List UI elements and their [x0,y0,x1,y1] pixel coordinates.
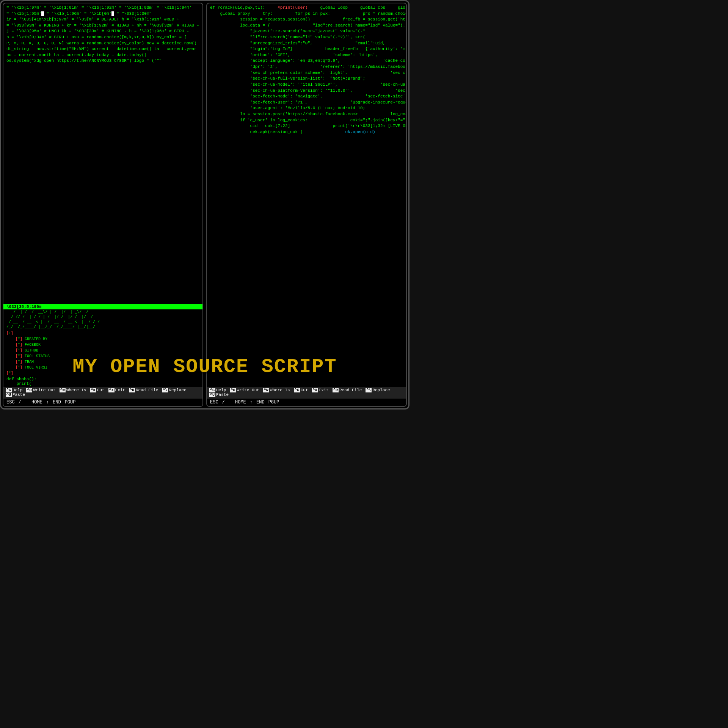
code-line: warna = random.choice(my_color) [66,41,144,46]
right-code-area[interactable]: ef rcrack(uid,pwx,tl): #print(user) glob… [207,3,406,387]
menu-item-paste-left[interactable]: ^U Paste [6,392,25,397]
code-line: #print(user) [268,5,308,10]
label-cut-right: Cut [301,388,308,392]
code-line: 'sec-ch-ua-model': '"itel S661LP"', [210,82,338,87]
code-line: cid = coki[7:22] [210,124,290,128]
sl-slash[interactable]: / [19,400,21,405]
code-line: ta = current.year [154,47,197,51]
sr-up[interactable]: ↑ [250,400,253,405]
sr-esc[interactable]: ESC [210,400,218,405]
code-line: my_color = [ [157,35,187,39]
code-line: print('\r\r\033[1;32m [LIVE-OK] ' +cid+ … [293,124,406,128]
code-line: 'referer': 'https://mbasic.facebook.com/… [280,64,406,69]
label-paste-right: Paste [216,392,229,397]
code-line: free_fb = session.get('https://p.faceboo… [313,17,406,22]
sl-up[interactable]: ↑ [46,400,49,405]
code-line: lo = session.post('https://mbasic.facebo… [210,112,358,116]
code-line: if 'c_user' in log_cookies: [210,118,308,122]
nano-menu-right: ^G Help ^O Write Out ^W Where Is ^K Cut … [207,387,406,398]
code-line: log_data = { [210,23,270,28]
code-line: P, M, H, K, B, U, O, N] [6,41,64,46]
code-line: 'sec-ch-ua': '"Not)A;Brand";v="24", "Chr… [350,71,406,75]
code-line: = '\x1b[1;93m' [119,5,154,10]
key-k-left: ^K [90,388,96,392]
code-line: = '\x1b[0m' [84,11,114,16]
label-cut-left: Cut [97,388,105,392]
menu-item-readfile-left[interactable]: ^R Read File [129,388,158,392]
code-line: nh = '\033[32m' # HIJAU - [136,23,199,28]
code-line: b = '\33[1;96m' # BIRU - [129,29,189,33]
menu-item-help-right[interactable]: ^G Help [209,388,226,392]
code-line: current = datetime.now() [91,47,151,51]
menu-item-writeout-left[interactable]: ^O Write Out [26,388,55,392]
code-line: logo = (""" [134,58,162,63]
key-k-right: ^K [294,388,300,392]
label-whereis-left: Where Is [66,388,86,392]
code-line: 'cache-control': 'max-age=0', [343,58,406,63]
menu-item-replace-right[interactable]: ^\ Replace [366,388,390,392]
key-x-right: ^X [312,388,318,392]
main-container: = '\x1b[1;97m' = '\x1b[1;91m' = '\x1b[1;… [0,0,410,410]
sl-esc[interactable]: ESC [6,400,15,405]
code-line: cek.apk(session_coki) [210,130,303,134]
code-line: = '\x1b[1;94m' [157,5,191,10]
left-code-area[interactable]: = '\x1b[1;97m' = '\x1b[1;91m' = '\x1b[1;… [3,3,202,304]
key-bs-left: ^\ [162,388,168,392]
menu-item-exit-left[interactable]: ^X Exit [108,388,125,392]
code-line: global cps [350,5,385,10]
code-line: log_cookies=session.cookies.get_dict().k… [360,112,406,116]
code-line: ir = '\033[41m\x1b[1;97m' [6,17,69,22]
sl-end[interactable]: END [53,400,61,405]
panels-wrapper: = '\x1b[1;97m' = '\x1b[1;91m' = '\x1b[1;… [1,1,408,408]
code-line: try: [253,11,273,16]
menu-item-writeout-right[interactable]: ^O Write Out [230,388,259,392]
code-line: b = '\x1b[0;34m' # BIRU + [6,35,69,39]
code-line: 'dpr': '2', [210,64,278,69]
sl-home[interactable]: HOME [31,400,42,405]
key-u-right: ^U [209,393,215,397]
label-replace-left: Replace [169,388,186,392]
menu-item-cut-right[interactable]: ^K Cut [294,388,308,392]
key-o-left: ^O [26,388,32,392]
right-panel: ef rcrack(uid,pwx,tl): #print(user) glob… [206,3,407,407]
label-replace-right: Replace [372,388,390,392]
code-line: = '\33[m' # DEFAULT [72,17,119,22]
menu-item-readfile-right[interactable]: ^R Read File [333,388,362,392]
code-line: for ps in pwx: [275,11,330,16]
key-w-left: ^W [60,388,66,392]
sr-home[interactable]: HOME [235,400,246,405]
menu-item-paste-right[interactable]: ^U Paste [209,392,229,397]
sr-slash[interactable]: / [222,400,225,405]
menu-item-exit-right[interactable]: ^X Exit [312,388,329,392]
code-line: bu = current.month [6,53,52,57]
code-line: ef rcrack(uid,pwx,tl): [210,5,265,10]
menu-item-whereis-right[interactable]: ^W Where Is [263,388,290,392]
code-line: dt_string = now.strftime("%H:%M") [6,47,89,51]
code-line: break [378,130,406,134]
code-line: global loop [310,5,348,10]
menu-item-replace-left[interactable]: ^\ Replace [162,388,186,392]
code-line: h = '\x1b[1;91m' #RED + [122,17,179,22]
sr-end[interactable]: END [256,400,265,405]
code-line: 'sec-fetch-site': 'same-origin', [325,94,406,99]
sl-pgup[interactable]: PGUP [65,400,76,405]
code-line: "pass":ps, [388,41,406,46]
ascii-art-left: / | / / __\/ | / |/ | _\/ / / // / | / /… [3,309,202,330]
label-readfile-right: Read File [339,388,362,392]
sr-pgup[interactable]: PGUP [268,400,279,405]
key-r-left: ^R [129,388,135,392]
menu-item-whereis-left[interactable]: ^W Where Is [60,388,86,392]
code-line: = '\x1b[1;91m' [44,5,79,10]
code-line: "m_ts":re.search('"name="m_ts" value="(.… [368,29,406,33]
code-line: "jazoest":re.search('name="jazoest" valu… [210,29,365,33]
menu-item-help-left[interactable]: ^G Help [6,388,22,392]
code-line: kk = '\033[33m' # KUNING - [61,29,127,33]
menu-item-cut-left[interactable]: ^K Cut [90,388,105,392]
code-line: header_freefb = {'authority': 'mbasic.fa… [295,47,406,51]
code-line: 'sec-ch-ua-platform-version': '"11.0.0"'… [210,88,353,93]
code-line: "lsd":re.search('name="lsd" value="(.*?)… [273,23,406,28]
highlight-bar-left: \033[38;5;196m [3,304,202,309]
code-line: coki=";".join([key+"="+value for key,val… [310,118,406,122]
code-line: kr = '\x1b[1;92m' # HIJAU + [66,23,134,28]
code-line: global proxy [210,11,250,16]
